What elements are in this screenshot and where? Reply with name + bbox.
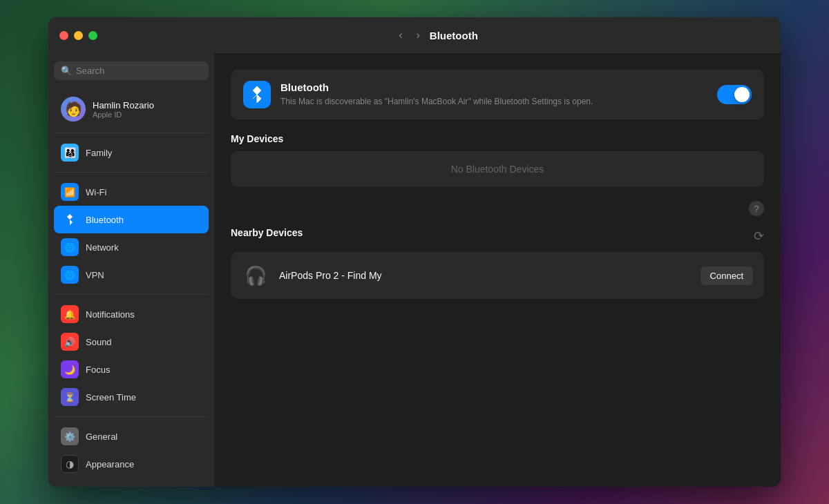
screentime-icon: ⏳	[61, 388, 79, 406]
user-name: Hamlin Rozario	[93, 100, 154, 110]
toggle-knob	[734, 87, 750, 102]
sidebar-item-sound[interactable]: 🔊 Sound	[54, 328, 209, 356]
fullscreen-button[interactable]	[88, 31, 97, 40]
sidebar-label-general: General	[86, 432, 117, 442]
bluetooth-card-title: Bluetooth	[280, 81, 707, 93]
sidebar-item-family[interactable]: 👨‍👩‍👧 Family	[54, 139, 209, 166]
sidebar-label-screentime: Screen Time	[86, 392, 136, 403]
general-icon: ⚙️	[61, 427, 79, 445]
sidebar-item-vpn[interactable]: 🌐 VPN	[54, 261, 209, 289]
sidebar: 🔍 🧑 Hamlin Rozario Apple ID 👨‍👩‍👧 Family	[48, 53, 214, 487]
bluetooth-toggle-card: Bluetooth This Mac is discoverable as "H…	[231, 70, 764, 119]
family-icon: 👨‍👩‍👧	[61, 144, 79, 162]
sidebar-item-bluetooth[interactable]: Bluetooth	[54, 206, 209, 233]
nearby-devices-section-title: Nearby Devices	[231, 227, 303, 238]
airpods-icon: 🎧	[242, 262, 269, 289]
focus-icon: 🌙	[61, 360, 79, 378]
nearby-devices-header: Nearby Devices ⟳	[231, 227, 764, 245]
bluetooth-card-description: This Mac is discoverable as "Hamlin's Ma…	[280, 96, 707, 108]
sidebar-item-wifi[interactable]: 📶 Wi-Fi	[54, 178, 209, 206]
network-icon: 🌐	[61, 238, 79, 256]
help-button[interactable]: ?	[749, 201, 764, 216]
search-icon: 🔍	[61, 66, 72, 76]
sidebar-divider-3	[54, 294, 209, 295]
sidebar-label-notifications: Notifications	[86, 309, 135, 320]
forward-button[interactable]: ›	[412, 28, 424, 43]
sidebar-label-focus: Focus	[86, 365, 110, 375]
airpods-device-name: AirPods Pro 2 - Find My	[279, 270, 691, 281]
content-area: 🔍 🧑 Hamlin Rozario Apple ID 👨‍👩‍👧 Family	[48, 53, 781, 487]
help-row: ?	[231, 201, 764, 220]
sidebar-label-family: Family	[86, 148, 112, 158]
close-button[interactable]	[59, 31, 68, 40]
user-subtitle: Apple ID	[93, 110, 154, 119]
main-content: Bluetooth This Mac is discoverable as "H…	[214, 53, 781, 487]
system-preferences-window: ‹ › Bluetooth 🔍 🧑 Hamlin Rozario Apple I…	[48, 17, 781, 487]
traffic-lights	[59, 31, 97, 40]
sidebar-divider-2	[54, 172, 209, 173]
bluetooth-main-icon	[243, 81, 271, 108]
sound-icon: 🔊	[61, 333, 79, 351]
avatar: 🧑	[61, 97, 86, 122]
my-devices-card: No Bluetooth Devices	[231, 151, 764, 187]
title-bar: ‹ › Bluetooth	[48, 17, 781, 53]
bluetooth-info: Bluetooth This Mac is discoverable as "H…	[280, 81, 707, 108]
sidebar-label-appearance: Appearance	[86, 459, 134, 469]
minimize-button[interactable]	[74, 31, 83, 40]
sidebar-label-sound: Sound	[86, 337, 112, 347]
sidebar-label-bluetooth: Bluetooth	[86, 215, 124, 225]
user-profile-item[interactable]: 🧑 Hamlin Rozario Apple ID	[54, 91, 209, 127]
sidebar-item-focus[interactable]: 🌙 Focus	[54, 356, 209, 383]
sidebar-label-vpn: VPN	[86, 270, 104, 280]
user-info: Hamlin Rozario Apple ID	[93, 100, 154, 119]
wifi-icon: 📶	[61, 183, 79, 201]
my-devices-section-title: My Devices	[231, 133, 764, 144]
sidebar-item-general[interactable]: ⚙️ General	[54, 423, 209, 450]
vpn-icon: 🌐	[61, 266, 79, 284]
sidebar-item-screentime[interactable]: ⏳ Screen Time	[54, 383, 209, 411]
notifications-icon: 🔔	[61, 305, 79, 323]
nearby-device-airpods: 🎧 AirPods Pro 2 - Find My Connect	[231, 252, 764, 299]
search-input[interactable]	[76, 66, 202, 76]
back-button[interactable]: ‹	[394, 28, 406, 43]
search-box[interactable]: 🔍	[54, 61, 209, 80]
bluetooth-icon	[61, 211, 79, 229]
sidebar-divider-1	[54, 133, 209, 133]
sidebar-item-network[interactable]: 🌐 Network	[54, 233, 209, 261]
appearance-icon: ◑	[61, 455, 79, 473]
sidebar-item-appearance[interactable]: ◑ Appearance	[54, 450, 209, 478]
sidebar-label-wifi: Wi-Fi	[86, 187, 106, 197]
title-bar-center: ‹ › Bluetooth	[103, 28, 770, 43]
no-devices-message: No Bluetooth Devices	[231, 151, 764, 187]
window-title: Bluetooth	[430, 30, 478, 41]
sidebar-item-notifications[interactable]: 🔔 Notifications	[54, 300, 209, 328]
connect-button[interactable]: Connect	[701, 266, 753, 285]
loading-spinner: ⟳	[754, 229, 764, 244]
bluetooth-toggle[interactable]	[717, 85, 752, 104]
sidebar-label-network: Network	[86, 242, 119, 253]
sidebar-divider-4	[54, 416, 209, 417]
